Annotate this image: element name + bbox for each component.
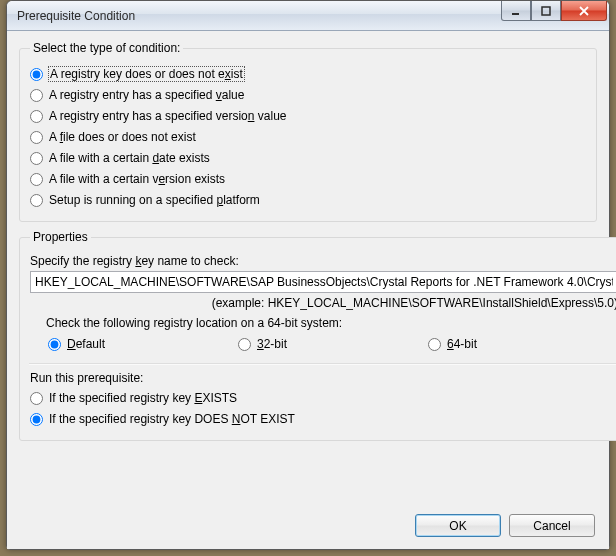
registry-key-example: (example: HKEY_LOCAL_MACHINE\SOFTWARE\In… (30, 296, 616, 310)
radio-bitness-default-label: Default (67, 337, 105, 351)
radio-file-date-label: A file with a certain date exists (49, 151, 210, 165)
radio-file-date[interactable]: A file with a certain date exists (30, 148, 586, 168)
condition-type-legend: Select the type of condition: (30, 41, 183, 55)
radio-platform-label: Setup is running on a specified platform (49, 193, 260, 207)
radio-bitness-default-input[interactable] (48, 338, 61, 351)
radio-file-exists-input[interactable] (30, 131, 43, 144)
client-area: Select the type of condition: A registry… (7, 31, 609, 549)
radio-bitness-32-label: 32-bit (257, 337, 287, 351)
radio-registry-key-exists-input[interactable] (30, 68, 43, 81)
maximize-button[interactable] (531, 1, 561, 21)
radio-registry-value[interactable]: A registry entry has a specified value (30, 85, 586, 105)
cancel-button[interactable]: Cancel (509, 514, 595, 537)
svg-rect-0 (512, 13, 519, 15)
properties-group: Properties Specify the registry key name… (19, 230, 616, 441)
radio-run-if-not-exists-input[interactable] (30, 413, 43, 426)
radio-run-if-not-exists[interactable]: If the specified registry key DOES NOT E… (30, 409, 616, 429)
radio-file-exists[interactable]: A file does or does not exist (30, 127, 586, 147)
radio-file-version[interactable]: A file with a certain version exists (30, 169, 586, 189)
radio-registry-version-label: A registry entry has a specified version… (49, 109, 286, 123)
radio-bitness-64[interactable]: 64-bit (428, 334, 616, 354)
ok-button[interactable]: OK (415, 514, 501, 537)
condition-type-group: Select the type of condition: A registry… (19, 41, 597, 222)
radio-registry-version[interactable]: A registry entry has a specified version… (30, 106, 586, 126)
radio-registry-value-input[interactable] (30, 89, 43, 102)
radio-bitness-default[interactable]: Default (48, 334, 238, 354)
run-prereq-label: Run this prerequisite: (30, 371, 616, 385)
radio-bitness-64-input[interactable] (428, 338, 441, 351)
minimize-button[interactable] (501, 1, 531, 21)
titlebar[interactable]: Prerequisite Condition (7, 1, 609, 31)
radio-file-date-input[interactable] (30, 152, 43, 165)
radio-bitness-32[interactable]: 32-bit (238, 334, 428, 354)
radio-registry-key-exists-label: A registry key does or does not exist (49, 67, 244, 81)
radio-run-if-exists[interactable]: If the specified registry key EXISTS (30, 388, 616, 408)
window-controls (501, 1, 607, 21)
radio-bitness-32-input[interactable] (238, 338, 251, 351)
radio-run-if-not-exists-label: If the specified registry key DOES NOT E… (49, 412, 295, 426)
radio-registry-key-exists[interactable]: A registry key does or does not exist (30, 64, 586, 84)
svg-rect-1 (542, 7, 550, 15)
bitness-radio-group: Default 32-bit 64-bit (46, 333, 616, 355)
radio-run-if-exists-input[interactable] (30, 392, 43, 405)
radio-file-exists-label: A file does or does not exist (49, 130, 196, 144)
dialog-window: Prerequisite Condition Select the type o… (6, 0, 610, 550)
radio-registry-version-input[interactable] (30, 110, 43, 123)
window-title: Prerequisite Condition (17, 9, 135, 23)
radio-file-version-label: A file with a certain version exists (49, 172, 225, 186)
dialog-buttons: OK Cancel (19, 510, 597, 539)
properties-legend: Properties (30, 230, 91, 244)
close-button[interactable] (561, 1, 607, 21)
bitness-label: Check the following registry location on… (46, 316, 616, 330)
registry-key-input[interactable] (30, 271, 616, 293)
radio-platform[interactable]: Setup is running on a specified platform (30, 190, 586, 210)
radio-file-version-input[interactable] (30, 173, 43, 186)
spacer (19, 449, 597, 510)
radio-registry-value-label: A registry entry has a specified value (49, 88, 244, 102)
radio-bitness-64-label: 64-bit (447, 337, 477, 351)
registry-key-label: Specify the registry key name to check: (30, 254, 616, 268)
radio-run-if-exists-label: If the specified registry key EXISTS (49, 391, 237, 405)
radio-platform-input[interactable] (30, 194, 43, 207)
properties-separator (29, 363, 616, 365)
